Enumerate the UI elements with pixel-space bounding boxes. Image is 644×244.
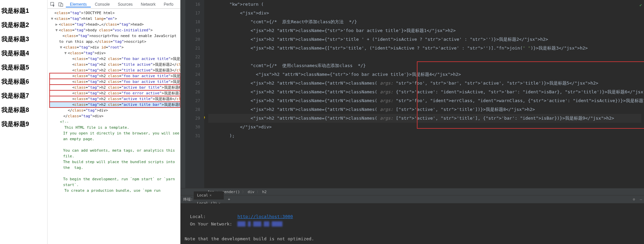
- dom-node[interactable]: </class="tag">div>: [50, 113, 180, 119]
- page-heading: 我是标题4: [1, 49, 46, 57]
- dom-node[interactable]: <class="tag">h2 class="foo bar active ti…: [50, 73, 180, 79]
- terminal-label: 终端:: [183, 197, 193, 202]
- dom-node[interactable]: ▼<class="tag">html lang="en">: [50, 16, 180, 22]
- line-number: 22: [185, 53, 200, 61]
- dom-node[interactable]: <class="tag">h2 class="foo error active"…: [50, 90, 180, 96]
- chrome-devtools: ElementsConsoleSourcesNetworkPerfo <clas…: [47, 0, 181, 244]
- dom-node[interactable]: To begin the development, run `npm start…: [50, 176, 180, 188]
- line-number: 30: [185, 123, 200, 131]
- dom-node[interactable]: [50, 142, 180, 148]
- dom-node[interactable]: <class="tag">h2 class="title active">我是标…: [50, 67, 180, 73]
- terminal-network-label: On Your Network:: [190, 221, 232, 226]
- page-heading: 我是标题6: [1, 78, 46, 86]
- code-line[interactable]: "kw">return (: [208, 0, 641, 9]
- dom-node[interactable]: [50, 171, 180, 176]
- breadcrumb-bar[interactable]: App〉render()〉div〉h2: [181, 188, 644, 195]
- line-number: 29: [185, 114, 200, 123]
- dom-node[interactable]: ▼<class="tag">div>: [50, 50, 180, 56]
- page-heading: 我是标题8: [1, 106, 46, 114]
- rendered-page: 我是标题1我是标题2我是标题3我是标题4我是标题5我是标题6我是标题7我是标题8…: [0, 0, 47, 244]
- code-line[interactable]: <"jsx">h2 "attrN">className={["str">'tit…: [208, 44, 641, 53]
- line-number: 28: [185, 105, 200, 114]
- devtools-tab-console[interactable]: Console: [91, 2, 114, 7]
- code-line[interactable]: "ccmt">{/* 原生React中添加class的方法 */}: [208, 18, 641, 26]
- line-number: 16: [185, 0, 200, 9]
- code-line[interactable]: <"jsx">h2 "attrN">className={"str">'titl…: [208, 35, 641, 44]
- dom-node[interactable]: <class="tag">h2 class="foo bar active ti…: [50, 56, 180, 62]
- terminal-output[interactable]: Local: http://localhost:3000 On Your Net…: [181, 204, 644, 244]
- line-number: 20: [185, 35, 200, 44]
- code-line[interactable]: <"jsx">h2 "attrN">className={"str">'foo …: [208, 26, 641, 35]
- terminal-tab-bar: 终端: Local ×Local (2) × + ⚙ —: [181, 195, 644, 204]
- dom-node[interactable]: If you open it directly in the browser, …: [50, 130, 180, 142]
- terminal-local-label: Local:: [190, 214, 206, 219]
- intention-bulb-icon[interactable]: 💡: [204, 114, 206, 123]
- dom-node[interactable]: ▼<class="tag">div id="root">: [50, 44, 180, 50]
- breadcrumb-separator: 〉: [257, 189, 260, 194]
- inspection-ok-icon: ✔: [640, 1, 642, 9]
- dom-node[interactable]: <class="tag">h2 class="active bar title"…: [50, 85, 180, 90]
- dom-node[interactable]: This HTML file is a template.: [50, 125, 180, 130]
- terminal-settings-icon[interactable]: ⚙: [631, 197, 637, 202]
- code-line[interactable]: <"jsx">h2 "attrN">className={"attrN">cla…: [208, 88, 641, 96]
- dom-node[interactable]: <class="tag">h2 class="title active">我是标…: [50, 62, 180, 67]
- dom-node[interactable]: <class="tag">h2 class="active title bar"…: [50, 102, 180, 108]
- device-toolbar-icon[interactable]: [58, 1, 64, 7]
- breadcrumb-item[interactable]: render(): [222, 190, 240, 194]
- line-number: 25: [185, 79, 200, 88]
- code-line[interactable]: "ccmt">{/* 使用classnames库动态添加class */}: [208, 61, 641, 70]
- line-number: 18: [185, 18, 200, 26]
- line-number: 26: [185, 88, 200, 96]
- dom-node[interactable]: <class="tag">h2 class="foo bar active ti…: [50, 79, 180, 85]
- dom-node[interactable]: <class="tag">h2 class="active title">我是标…: [50, 96, 180, 102]
- line-number: 24: [185, 70, 200, 79]
- dom-node[interactable]: </class="tag">div>: [50, 108, 180, 113]
- page-heading: 我是标题5: [1, 63, 46, 71]
- inspect-icon[interactable]: [50, 1, 56, 7]
- breadcrumb-item[interactable]: div: [248, 190, 254, 194]
- page-heading: 我是标题9: [1, 120, 46, 128]
- breadcrumb-separator: 〉: [242, 189, 246, 194]
- dom-node[interactable]: <class="tag">noscript>You need to enable…: [50, 33, 180, 44]
- code-line[interactable]: <"jsx">h2 "attrN">className={"str">'foo …: [208, 70, 641, 79]
- page-heading: 我是标题1: [1, 7, 46, 15]
- dom-node[interactable]: The build step will place the bundled sc…: [50, 159, 180, 171]
- code-line[interactable]: );: [208, 131, 641, 140]
- svg-rect-2: [61, 4, 63, 6]
- close-icon[interactable]: ×: [210, 191, 212, 200]
- new-terminal-button[interactable]: +: [224, 195, 234, 204]
- terminal-minimize-icon[interactable]: —: [638, 197, 644, 202]
- page-heading: 我是标题3: [1, 35, 46, 43]
- line-number: 19: [185, 26, 200, 35]
- devtools-tab-elements[interactable]: Elements: [66, 2, 91, 7]
- dom-node[interactable]: ▼<class="tag">body class="vsc-initialize…: [50, 27, 180, 33]
- code-line[interactable]: </"jsx">div>: [208, 123, 641, 131]
- terminal-local-url[interactable]: http://localhost:3000: [238, 214, 293, 219]
- terminal-network-value: ███.█.███.██:████: [238, 221, 283, 226]
- breadcrumb-item[interactable]: h2: [262, 190, 267, 194]
- dom-node[interactable]: You can add webfonts, meta tags, or anal…: [50, 148, 180, 159]
- terminal-tab[interactable]: Local ×: [194, 191, 224, 200]
- dom-node[interactable]: <class="tag">!DOCTYPE html>: [50, 10, 180, 16]
- devtools-tab-perfo[interactable]: Perfo: [160, 2, 178, 7]
- line-number-gutter: 16171819202122232425262728293031: [185, 0, 204, 188]
- code-line[interactable]: [208, 53, 641, 61]
- ide-editor: 16171819202122232425262728293031 ✔ "kw">…: [181, 0, 644, 244]
- devtools-tab-bar: ElementsConsoleSourcesNetworkPerfo: [48, 0, 180, 9]
- line-number: 23: [185, 61, 200, 70]
- line-number: 31: [185, 131, 200, 140]
- elements-dom-tree[interactable]: <class="tag">!DOCTYPE html>▼<class="tag"…: [48, 9, 180, 244]
- dom-node[interactable]: <!--: [50, 119, 180, 125]
- code-line[interactable]: <"jsx">h2 "attrN">className={"attrN">cla…: [208, 105, 641, 114]
- devtools-tab-network[interactable]: Network: [137, 2, 160, 7]
- dom-node[interactable]: ▶<class="tag">head>…</class="tag">head>: [50, 22, 180, 27]
- code-line[interactable]: <"jsx">h2 "attrN">className={"attrN">cla…: [208, 114, 641, 123]
- code-editor[interactable]: ✔ "kw">return ( <"jsx">div> "ccmt">{/* 原…: [204, 0, 644, 188]
- code-line[interactable]: <"jsx">h2 "attrN">className={"attrN">cla…: [208, 96, 641, 105]
- dom-node[interactable]: To create a production bundle, use `npm …: [50, 188, 180, 193]
- ide-left-strip: [181, 0, 185, 188]
- devtools-tab-sources[interactable]: Sources: [114, 2, 137, 7]
- code-line[interactable]: <"jsx">h2 "attrN">className={"attrN">cla…: [208, 79, 641, 88]
- code-line[interactable]: <"jsx">div>: [208, 9, 641, 18]
- page-heading: 我是标题2: [1, 21, 46, 29]
